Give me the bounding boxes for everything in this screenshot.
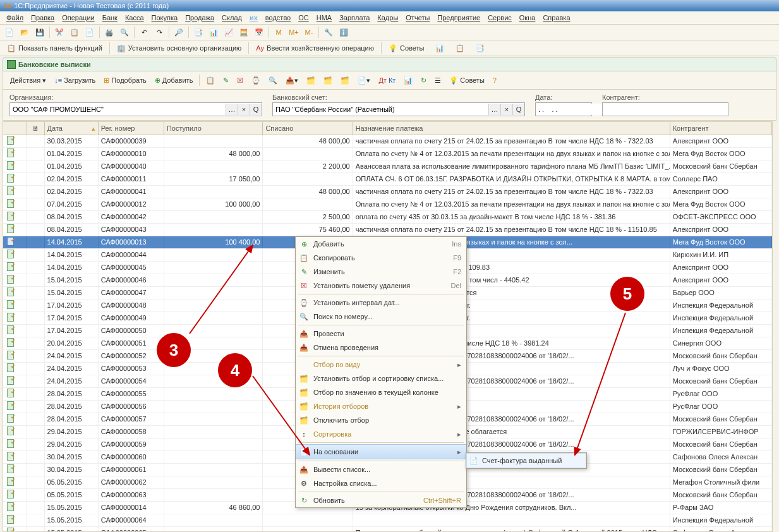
ctx-отбор-по-значению-в-текущей-колонке[interactable]: 🗂️Отбор по значению в текущей колонке (296, 385, 466, 399)
table-row[interactable]: 30.03.2015САФ0000003948 000,00частичная … (3, 135, 772, 148)
table-row[interactable]: 15.05.2015САФ00000064Инспекция Федеральн… (3, 514, 772, 527)
ctx-отбор-по-виду[interactable]: Отбор по виду▸ (296, 358, 466, 372)
edit-row-icon[interactable]: ✎ (220, 75, 232, 87)
menu-ос[interactable]: ОС (294, 11, 313, 24)
ctx-установить-пометку-удаления[interactable]: ☒Установить пометку удаленияDel (296, 279, 466, 293)
delete-row-icon[interactable]: ☒ (234, 75, 246, 87)
tips-button[interactable]: 💡Советы (384, 42, 428, 54)
col-outcome[interactable]: Списано (263, 122, 353, 135)
menu-касса[interactable]: Касса (121, 11, 148, 24)
menu-нма[interactable]: НМА (313, 11, 335, 24)
filter-off-icon[interactable]: 🗂️ (337, 75, 353, 87)
tips2-button[interactable]: 💡Советы (446, 75, 487, 87)
ctx-установить-интервал-дат...[interactable]: ⌚Установить интервал дат... (296, 296, 466, 310)
undo-icon[interactable]: ↶ (137, 25, 151, 39)
ctx-обновить[interactable]: ↻ОбновитьCtrl+Shift+R (296, 493, 466, 507)
menu-кадры[interactable]: Кадры (373, 11, 402, 24)
open-icon[interactable]: 📂 (18, 25, 32, 39)
pick-button[interactable]: ⊞Подобрать (100, 75, 149, 87)
filter-icon[interactable]: 🗂️ (303, 75, 318, 87)
m-plus-icon[interactable]: M+ (287, 25, 301, 39)
table-row[interactable]: 02.04.2015САФ0000004148 000,00частичная … (3, 186, 772, 198)
doc2-icon[interactable]: 📊 (207, 25, 220, 39)
report-icon[interactable]: 📊 (401, 75, 416, 87)
org-clear-icon[interactable]: × (238, 104, 250, 115)
table-row[interactable]: 02.04.2015САФ0000001117 050,00ОПЛАТА СЧ.… (3, 173, 772, 186)
acc-clear-icon[interactable]: × (500, 104, 512, 115)
menu-водство[interactable]: водство (262, 11, 294, 24)
misc2-icon[interactable]: 📋 (451, 42, 469, 54)
acc-field[interactable]: … × Q (272, 102, 525, 116)
refresh-icon[interactable]: ↻ (418, 75, 430, 87)
table-row[interactable]: 08.04.2015САФ000000422 500,00оплата по с… (3, 211, 772, 224)
misc3-icon[interactable]: 📑 (471, 42, 489, 54)
new-icon[interactable]: 📄 (3, 25, 16, 39)
col-date[interactable]: Дата▴ (45, 122, 99, 135)
calc-icon[interactable]: 🧮 (237, 25, 251, 39)
ctx-настройка-списка...[interactable]: ⚙Настройка списка... (296, 476, 466, 490)
copy-row-icon[interactable]: 📋 (203, 75, 218, 87)
table-row[interactable]: 08.04.2015САФ0000004375 460,00частичная … (3, 224, 772, 236)
col-income[interactable]: Поступило (164, 122, 263, 135)
ctx-изменить[interactable]: ✎ИзменитьF2 (296, 265, 466, 279)
doc1-icon[interactable]: 📑 (191, 25, 205, 39)
ctx-сортировка[interactable]: ↕Сортировка▸ (296, 427, 466, 441)
m-minus-icon[interactable]: M- (302, 25, 316, 39)
ctx-провести[interactable]: 📤Провести (296, 327, 466, 341)
col-icon[interactable] (3, 122, 27, 135)
save-icon[interactable]: 💾 (33, 25, 47, 39)
acc-open-icon[interactable]: Q (512, 104, 524, 115)
search-num-icon[interactable]: 🔍 (265, 75, 281, 87)
ctx-вывести-список...[interactable]: 📤Вывести список... (296, 462, 466, 476)
org-select-icon[interactable]: … (226, 104, 238, 115)
menu-банк[interactable]: Банк (99, 11, 121, 24)
preview-icon[interactable]: 🔍 (118, 25, 131, 39)
ctx-на-основании[interactable]: 📄На основании▸ (296, 444, 466, 459)
show-panel-button[interactable]: 📋Показать панель функций (3, 42, 107, 54)
misc1-icon[interactable]: 📊 (431, 42, 449, 54)
help-icon[interactable]: ℹ️ (337, 25, 351, 39)
interval-icon[interactable]: ⌚ (248, 75, 263, 87)
ctx-отмена-проведения[interactable]: 📥Отмена проведения (296, 341, 466, 354)
ctx-добавить[interactable]: ⊕ДобавитьIns (296, 237, 466, 251)
table-row[interactable]: 01.04.2015САФ0000001048 000,00Оплата по … (3, 148, 772, 160)
col-purpose[interactable]: Назначение платежа (353, 122, 670, 135)
date-field[interactable]: ▦ × (535, 102, 592, 116)
ctx-отключить-отбор[interactable]: 🗂️Отключить отбор (296, 413, 466, 427)
menu-отчеты[interactable]: Отчеты (402, 11, 433, 24)
dk-icon[interactable]: ДтКт (375, 75, 399, 86)
base-on-icon[interactable]: 📄▾ (354, 75, 373, 87)
paste-icon[interactable]: 📄 (83, 25, 97, 39)
cal-icon[interactable]: 📅 (252, 25, 266, 39)
ctx-скопировать[interactable]: 📋СкопироватьF9 (296, 251, 466, 265)
menu-сервис[interactable]: Сервис (484, 11, 516, 24)
table-row[interactable]: 01.04.2015САФ000000402 200,00Авансовая п… (3, 160, 772, 173)
org-input[interactable] (10, 104, 226, 115)
menu-зарплата[interactable]: Зарплата (335, 11, 373, 24)
col-counterparty[interactable]: Контрагент (670, 122, 772, 135)
menu-операции[interactable]: Операции (58, 11, 98, 24)
org-open-icon[interactable]: Q (250, 104, 262, 115)
settings-icon[interactable]: 🔧 (322, 25, 335, 39)
menu-справка[interactable]: Справка (539, 11, 574, 24)
col-mark[interactable]: 🗎 (27, 122, 45, 135)
load-button[interactable]: ↓≡Загрузить (51, 75, 99, 86)
menu-окна[interactable]: Окна (516, 11, 540, 24)
org-field[interactable]: … × Q (9, 102, 262, 116)
acc-select-icon[interactable]: … (488, 104, 500, 115)
ctx-установить-отбор-и-сортировку-списка...[interactable]: 🗂️Установить отбор и сортировку списка..… (296, 372, 466, 385)
set-org-button[interactable]: 🏢Установить основную организацию (112, 42, 246, 54)
ka-field[interactable] (602, 102, 728, 116)
ctx-поиск-по-номеру...[interactable]: 🔍Поиск по номеру... (296, 310, 466, 323)
enter-op-button[interactable]: АуВвести хозяйственную операцию (251, 42, 378, 54)
col-reg[interactable]: Рег. номер (99, 122, 164, 135)
redo-icon[interactable]: ↷ (152, 25, 166, 39)
help2-icon[interactable]: ? (490, 75, 500, 86)
print-icon[interactable]: 🖨️ (102, 25, 116, 39)
menu-special[interactable]: иx (246, 11, 262, 24)
menu-склад[interactable]: Склад (218, 11, 246, 24)
menu-покупка[interactable]: Покупка (148, 11, 182, 24)
list-icon[interactable]: ☰ (432, 75, 444, 87)
menu-файл[interactable]: Файл (3, 11, 27, 24)
menu-продажа[interactable]: Продажа (181, 11, 218, 24)
